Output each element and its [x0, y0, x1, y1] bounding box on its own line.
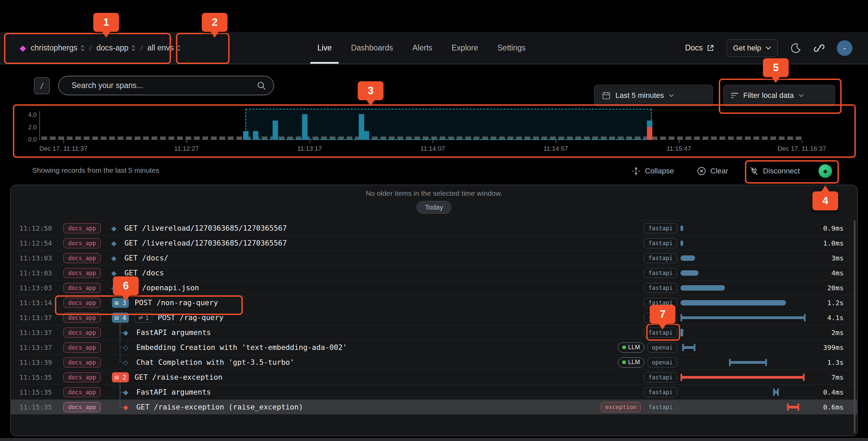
collapse-button[interactable]: Collapse — [631, 163, 674, 179]
row-tags: fastapi — [519, 280, 677, 295]
disconnect-button[interactable]: Disconnect — [749, 163, 800, 179]
hidden-spans-badge[interactable]: 1 — [135, 313, 152, 323]
tech-tag: fastapi — [644, 313, 677, 323]
range-cap-start — [680, 314, 682, 321]
spans-table: No older items in the selected time wind… — [10, 185, 858, 436]
tree-trunk — [120, 400, 120, 407]
table-row[interactable]: 11:13:03docs_app◆GET /docs/fastapi3ms — [11, 251, 857, 266]
y-tick-label: 4.0 — [16, 111, 37, 119]
theme-toggle-moon-icon[interactable] — [790, 42, 802, 54]
span-histogram-chart[interactable]: 0.02.04.0Dec 17. 11:11:3711:12:2711:13:1… — [0, 102, 868, 161]
tab-explore[interactable]: Explore — [452, 32, 478, 64]
tree-trunk — [120, 382, 120, 385]
table-row[interactable]: 11:12:50docs_app◆GET /livereload/1270363… — [11, 221, 857, 236]
tab-live[interactable]: Live — [317, 32, 332, 64]
row-timestamp: 11:13:03 — [19, 251, 52, 265]
org-selector[interactable]: christophergs — [31, 43, 84, 52]
avatar[interactable]: - — [837, 40, 852, 56]
get-help-button[interactable]: Get help — [727, 39, 778, 57]
span-diamond-open-icon: ◇ — [123, 358, 128, 366]
expand-children-badge[interactable]: ⊞ 3 — [112, 298, 129, 308]
baseline-dash — [745, 136, 751, 140]
table-scrollbar[interactable] — [854, 220, 855, 433]
table-row[interactable]: 11:15:35docs_app⊟ 2GET /raise-exceptionf… — [11, 370, 857, 385]
span-name: FastAPI arguments — [136, 385, 211, 399]
collapse-children-badge[interactable]: ⊟ 4 — [112, 313, 129, 323]
table-row[interactable]: 11:13:03docs_app◆GET /docsfastapi4ms — [11, 266, 857, 280]
project-selector[interactable]: docs-app — [96, 43, 136, 52]
tag-label: LLM — [628, 359, 640, 366]
range-line — [729, 361, 767, 364]
tab-dashboards[interactable]: Dashboards — [351, 32, 393, 64]
env-selector[interactable]: all envs — [147, 43, 181, 52]
span-name: Embedding Creation with 'text-embedding-… — [136, 340, 347, 355]
tree-trunk — [120, 355, 120, 362]
showing-records-label: Showing records from the last 5 minutes — [32, 166, 159, 174]
baseline-dash — [694, 136, 700, 140]
duration-value: 0.6ms — [823, 400, 844, 414]
span-diamond-icon: ◆ — [111, 239, 116, 247]
duration-bar-area — [680, 280, 808, 295]
tech-tag: fastapi — [644, 253, 677, 263]
table-row[interactable]: 11:13:37docs_app⊟ 41POST /rag-queryfasta… — [11, 310, 857, 325]
disconnect-label: Disconnect — [763, 167, 800, 175]
baseline-dash — [109, 136, 115, 140]
span-name: GET /raise-exception (raise_exception) — [136, 400, 303, 414]
annotation-tag-1: 1 — [93, 13, 119, 32]
baseline-dash — [160, 136, 166, 140]
row-tags: fastapi — [519, 236, 677, 250]
baseline-dash — [669, 136, 674, 140]
table-row[interactable]: 11:15:35docs_app◆GET /raise-exception (r… — [11, 400, 857, 415]
duration-bar — [680, 255, 695, 261]
span-diamond-open-icon: ◇ — [123, 343, 128, 352]
row-tags: fastapi — [519, 385, 677, 399]
project-name: docs-app — [96, 43, 129, 52]
table-row[interactable]: 11:13:39docs_app◇Chat Completion with 'g… — [11, 355, 857, 370]
tech-tag: fastapi — [644, 328, 677, 338]
docs-label: Docs — [685, 43, 703, 52]
service-badge: docs_app — [63, 387, 101, 397]
clear-button[interactable]: Clear — [697, 163, 728, 179]
range-line — [680, 376, 805, 379]
main-nav: LiveDashboardsAlertsExploreSettings — [317, 32, 526, 64]
docs-link[interactable]: Docs — [685, 43, 714, 52]
service-badge: docs_app — [63, 298, 101, 308]
tag-label: openai — [652, 359, 673, 366]
duration-value: 3ms — [831, 251, 844, 265]
duration-value: 399ms — [823, 340, 844, 355]
baseline-dash — [194, 136, 200, 140]
row-tags: fastapi — [519, 325, 677, 340]
table-row[interactable]: 11:15:35docs_app◆FastAPI argumentsfastap… — [11, 385, 857, 400]
share-link-icon[interactable] — [814, 43, 825, 54]
table-row[interactable]: 11:13:37docs_app◇Embedding Creation with… — [11, 340, 857, 355]
row-tags: fastapi — [519, 251, 677, 265]
tab-alerts[interactable]: Alerts — [412, 32, 432, 64]
table-row[interactable]: 11:13:37docs_app◆FastAPI argumentsfastap… — [11, 325, 857, 340]
row-timestamp: 11:15:35 — [19, 400, 52, 414]
baseline-dash — [101, 136, 106, 140]
chart-y-axis — [39, 111, 40, 140]
tag-label: fastapi — [648, 285, 673, 291]
duration-range-bar — [787, 403, 799, 411]
row-tags: fastapi — [519, 221, 677, 235]
table-row[interactable]: 11:13:03docs_app◆GET /openapi.jsonfastap… — [11, 280, 857, 295]
baseline-dash — [228, 136, 234, 140]
filter-label: Filter local data — [743, 91, 794, 100]
collapse-icon — [631, 166, 641, 176]
baseline-dash — [75, 136, 81, 140]
x-tick-label: 11:14:07 — [420, 145, 445, 152]
x-tickmark — [310, 140, 310, 143]
duration-bar-area — [680, 251, 808, 265]
connection-status-badge: ◆ — [818, 164, 832, 178]
x-tickmark — [63, 140, 64, 143]
tech-tag: fastapi — [644, 372, 677, 382]
range-cap-end — [682, 329, 683, 336]
span-name: POST /non-rag-query — [135, 295, 218, 310]
tab-settings[interactable]: Settings — [497, 32, 526, 64]
search-input[interactable] — [72, 81, 257, 90]
table-row[interactable]: 11:12:54docs_app◆GET /livereload/1270363… — [11, 236, 857, 251]
baseline-dash — [177, 136, 183, 140]
duration-bar-area — [680, 295, 808, 310]
collapse-children-badge[interactable]: ⊟ 2 — [112, 372, 129, 382]
table-row[interactable]: 11:13:14docs_app⊞ 3POST /non-rag-queryfa… — [11, 295, 857, 310]
